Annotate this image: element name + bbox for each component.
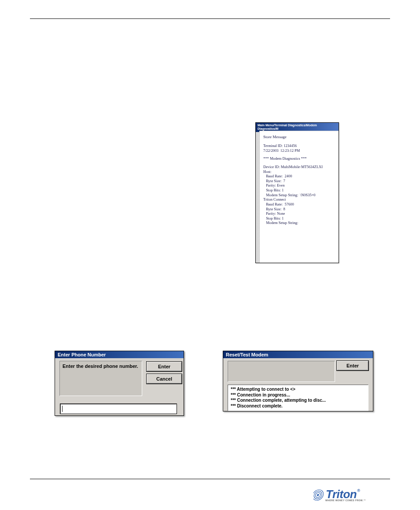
section-header: *** Modem Diagnostics *** [263, 156, 335, 161]
cancel-button[interactable]: Cancel [147, 374, 182, 384]
top-rule [30, 18, 390, 19]
store-message-header: Store Message [263, 135, 335, 139]
host-parity: Parity: Even [263, 183, 335, 188]
bottom-rule [30, 479, 390, 479]
terminal-id-line: Terminal ID: 1234456 [263, 143, 335, 148]
enter-button[interactable]: Enter [147, 362, 182, 371]
triton-byte: Byte Size: 8 [263, 207, 335, 212]
triton-baud: Baud Rate: 57600 [263, 202, 335, 207]
log-line: *** Disconnect complete. [231, 404, 365, 409]
svg-point-3 [317, 494, 319, 496]
triton-parity: Parity: None [263, 211, 335, 216]
enter-button[interactable]: Enter [337, 361, 368, 371]
phone-dialog-title: Enter Phone Number [55, 351, 184, 358]
diag-content: Store Message Terminal ID: 1234456 7/22/… [259, 131, 339, 263]
triton-stop: Stop Bits: 1 [263, 216, 335, 221]
host-stop: Stop Bits: 1 [263, 188, 335, 193]
brand-tagline: WHERE MONEY COMES FROM.™ [325, 499, 366, 502]
host-label: Host: [263, 169, 335, 174]
modem-blank-panel [228, 361, 335, 382]
log-line: *** Connection complete, attempting to d… [231, 398, 365, 404]
modem-dialog-title: Reset/Test Modem [223, 351, 373, 358]
triton-concentric-icon [313, 489, 325, 501]
log-line: *** Connection in progress... [231, 393, 365, 398]
phone-prompt-panel: Enter the desired phone number. [59, 361, 142, 396]
modem-log-output: *** Attempting to connect to <> *** Conn… [228, 385, 368, 411]
host-byte: Byte Size: 7 [263, 179, 335, 183]
triton-label: Triton Connect [263, 197, 335, 202]
reset-test-modem-dialog: Reset/Test Modem Enter *** Attempting to… [223, 351, 373, 411]
log-line: *** Attempting to connect to <> [231, 387, 365, 393]
device-id-line: Device ID: MultiMobile-MT5634ZLXI [263, 165, 335, 169]
datetime-line: 7/22/2003 12:23:12 PM [263, 148, 335, 153]
triton-setup: Modem Setup String: [263, 220, 335, 225]
host-baud: Baud Rate: 2400 [263, 174, 335, 179]
enter-phone-number-dialog: Enter Phone Number Enter the desired pho… [55, 351, 184, 416]
phone-number-input[interactable] [60, 404, 177, 414]
triton-logo: Triton® WHERE MONEY COMES FROM.™ [313, 488, 383, 504]
modem-diagnostics-window: Main Menu/Terminal Diagnostics/Modem Dia… [255, 122, 339, 263]
host-setup: Modem Setup String: \N0S35=0 [263, 193, 335, 198]
